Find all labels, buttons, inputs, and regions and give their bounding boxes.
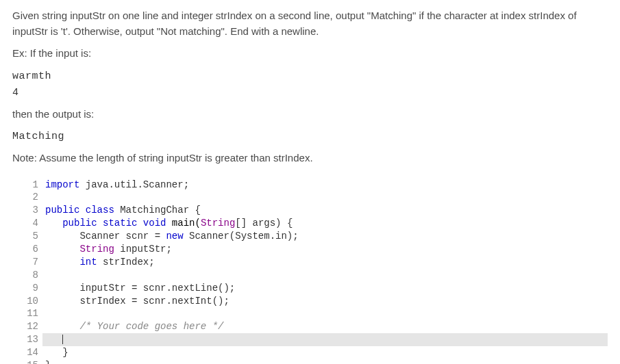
line-number: 5: [25, 230, 42, 243]
line-number: 9: [25, 282, 42, 295]
code-line[interactable]: 6 String inputStr;: [25, 243, 608, 256]
code-content[interactable]: }: [42, 346, 608, 359]
code-line[interactable]: 3public class MatchingChar {: [25, 204, 608, 217]
line-number: 12: [25, 320, 42, 333]
problem-description: Given string inputStr on one line and in…: [12, 8, 608, 39]
line-number: 6: [25, 243, 42, 256]
code-line[interactable]: 5 Scanner scnr = new Scanner(System.in);: [25, 230, 608, 243]
example-output: Matching: [12, 129, 608, 145]
line-number: 15: [25, 359, 42, 364]
code-line[interactable]: 4 public static void main(String[] args)…: [25, 217, 608, 230]
example-then: then the output is:: [12, 107, 608, 122]
code-content[interactable]: import java.util.Scanner;: [42, 179, 608, 192]
code-content[interactable]: /* Your code goes here */: [42, 320, 608, 333]
code-content[interactable]: [42, 307, 608, 320]
problem-note: Note: Assume the length of string inputS…: [12, 151, 608, 166]
code-line[interactable]: 13: [25, 333, 608, 346]
line-number: 2: [25, 191, 42, 204]
code-line[interactable]: 7 int strIndex;: [25, 256, 608, 269]
example-input-line1: warmth: [12, 68, 608, 85]
line-number: 13: [25, 333, 42, 346]
code-content[interactable]: [42, 269, 608, 282]
code-content[interactable]: [42, 191, 608, 204]
code-line[interactable]: 9 inputStr = scnr.nextLine();: [25, 282, 608, 295]
code-line[interactable]: 1import java.util.Scanner;: [25, 179, 608, 192]
code-editor[interactable]: 1import java.util.Scanner;23public class…: [25, 179, 608, 365]
line-number: 3: [25, 204, 42, 217]
code-line[interactable]: 15}: [25, 359, 608, 364]
line-number: 4: [25, 217, 42, 230]
line-number: 8: [25, 269, 42, 282]
code-content[interactable]: }: [42, 359, 608, 364]
problem-container: Given string inputStr on one line and in…: [0, 0, 620, 364]
line-number: 11: [25, 307, 42, 320]
line-number: 10: [25, 295, 42, 308]
example-input-line2: 4: [12, 85, 608, 101]
code-line[interactable]: 8: [25, 269, 608, 282]
code-content[interactable]: public static void main(String[] args) {: [42, 217, 608, 230]
code-content[interactable]: String inputStr;: [42, 243, 608, 256]
code-line[interactable]: 12 /* Your code goes here */: [25, 320, 608, 333]
code-content[interactable]: int strIndex;: [42, 256, 608, 269]
code-content[interactable]: strIndex = scnr.nextInt();: [42, 295, 608, 308]
description-text-1: Given string inputStr on one line and in…: [12, 10, 577, 21]
code-line[interactable]: 11: [25, 307, 608, 320]
example-intro: Ex: If the input is:: [12, 46, 608, 62]
code-content[interactable]: Scanner scnr = new Scanner(System.in);: [42, 230, 608, 243]
code-content[interactable]: public class MatchingChar {: [42, 204, 608, 217]
code-content[interactable]: [42, 333, 608, 346]
code-line[interactable]: 14 }: [25, 346, 608, 359]
description-text-2: inputStr is 't'. Otherwise, output "Not …: [12, 25, 319, 37]
line-number: 1: [25, 179, 42, 192]
text-cursor: [62, 335, 63, 344]
code-line[interactable]: 10 strIndex = scnr.nextInt();: [25, 295, 608, 308]
example-input: warmth 4: [12, 68, 608, 101]
code-line[interactable]: 2: [25, 191, 608, 204]
code-content[interactable]: inputStr = scnr.nextLine();: [42, 282, 608, 295]
line-number: 14: [25, 346, 42, 359]
line-number: 7: [25, 256, 42, 269]
